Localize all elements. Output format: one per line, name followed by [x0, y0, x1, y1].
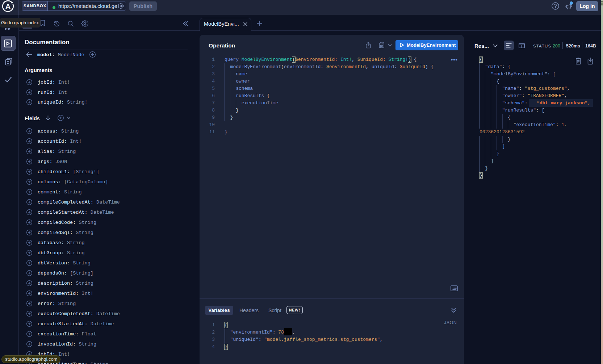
svg-text:A: A [5, 2, 11, 11]
